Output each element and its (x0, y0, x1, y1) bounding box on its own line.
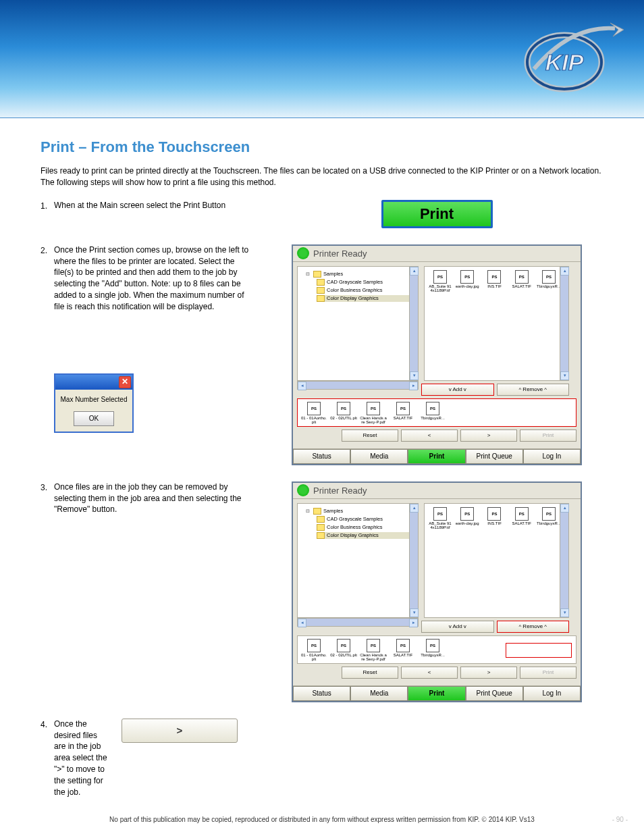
print-button[interactable]: Print (520, 429, 576, 442)
print-button[interactable]: Print (520, 667, 576, 679)
step-text: When at the Main screen select the Print… (54, 200, 270, 211)
file-thumb[interactable]: PSSALAT.TIF (390, 402, 417, 423)
file-thumb[interactable]: PSAB_Suite 914x1189P.tif (428, 270, 452, 293)
scrollbar-vertical[interactable]: ▴▾ (409, 504, 418, 617)
panel-title: Printer Ready (313, 486, 367, 496)
tab-media[interactable]: Media (350, 686, 408, 701)
file-thumb[interactable]: PSClean Hands are Sexy-P.pdf (360, 402, 387, 423)
selected-files-tray: PS01 - 01Aortho.plt PS02 - 02UTIL.plt PS… (297, 635, 576, 664)
tab-media[interactable]: Media (350, 449, 408, 464)
step-number: 2. (41, 244, 54, 255)
step-text: Once the Print section comes up, browse … (54, 244, 257, 313)
print-panel: Printer Ready ⊟Samples CAD Grayscale Sam… (292, 481, 582, 702)
scrollbar-vertical[interactable]: ▴▾ (560, 504, 568, 617)
folder-icon (317, 532, 325, 539)
file-thumb[interactable]: PSTbirdguysR... (419, 402, 446, 423)
remove-button[interactable]: ^ Remove ^ (497, 384, 570, 396)
page-number: - 90 - (612, 816, 628, 823)
reset-button[interactable]: Reset (342, 667, 398, 679)
step-text: Once files are in the job they can be re… (54, 481, 270, 515)
file-thumbnails[interactable]: PSAB_Suite 914x1189P.tif PSearth-day.jpg… (424, 503, 569, 618)
remove-highlight-box (506, 643, 572, 658)
print-button-large[interactable]: Print (381, 200, 493, 228)
file-thumb[interactable]: PSSALAT.TIF (510, 507, 534, 526)
file-thumb[interactable]: PS02 - 02UTIL.plt (330, 402, 357, 423)
folder-icon (317, 524, 325, 531)
file-thumb[interactable]: PSTbirdguysR... (537, 507, 561, 526)
folder-icon (313, 508, 321, 515)
dialog-titlebar: ✕ (55, 375, 132, 390)
file-thumbnails[interactable]: PSAB_Suite 914x1189P.tif PSearth-day.jpg… (424, 266, 569, 381)
folder-icon (317, 295, 325, 302)
section-intro: Files ready to print can be printed dire… (41, 165, 603, 189)
tab-status[interactable]: Status (293, 449, 350, 464)
file-thumb[interactable]: PS01 - 01Aortho.plt (300, 402, 327, 423)
tab-print-queue[interactable]: Print Queue (466, 449, 523, 464)
file-thumb[interactable]: PSINS.TIF (482, 507, 506, 526)
step-number: 3. (41, 481, 54, 492)
tab-print-queue[interactable]: Print Queue (466, 686, 523, 701)
file-thumb[interactable]: PSINS.TIF (482, 270, 506, 289)
file-thumb[interactable]: PS02 - 02UTIL.plt (330, 639, 357, 660)
max-number-dialog: ✕ Max Number Selected OK (54, 373, 134, 433)
folder-icon (313, 271, 321, 278)
step-text: Once the desired files are in the job ar… (54, 719, 122, 798)
file-thumb[interactable]: PSTbirdguysR... (419, 639, 446, 660)
folder-tree[interactable]: ⊟Samples CAD Grayscale Samples Color Bus… (297, 503, 419, 618)
file-thumb[interactable]: PS01 - 01Aortho.plt (300, 639, 327, 660)
status-icon (297, 484, 309, 496)
tab-print[interactable]: Print (408, 686, 465, 701)
file-thumb[interactable]: PSearth-day.jpg (455, 507, 479, 526)
ok-button[interactable]: OK (74, 411, 114, 426)
kip-logo: KIP (524, 22, 625, 96)
print-panel: Printer Ready ⊟Samples CAD Grayscale Sam… (292, 244, 582, 465)
step-number: 1. (41, 200, 54, 211)
folder-icon (317, 287, 325, 294)
folder-icon (317, 516, 325, 523)
tab-status[interactable]: Status (293, 686, 350, 701)
back-button[interactable]: < (401, 667, 458, 679)
scrollbar-vertical[interactable]: ▴▾ (560, 267, 568, 380)
scrollbar-horizontal[interactable]: ◂▸ (297, 618, 419, 627)
selected-files-tray: PS01 - 01Aortho.plt PS02 - 02UTIL.plt PS… (297, 398, 576, 427)
file-thumb[interactable]: PSSALAT.TIF (510, 270, 534, 289)
footer-copyright: No part of this publication may be copie… (0, 816, 644, 823)
add-button[interactable]: v Add v (421, 384, 494, 396)
folder-icon (317, 279, 325, 286)
file-thumb[interactable]: PSSALAT.TIF (390, 639, 417, 660)
tab-print[interactable]: Print (408, 449, 465, 464)
tab-log-in[interactable]: Log In (523, 449, 581, 464)
forward-button[interactable]: > (460, 429, 517, 442)
panel-title: Printer Ready (313, 249, 367, 259)
dialog-message: Max Number Selected (59, 395, 128, 405)
status-icon (297, 247, 309, 259)
file-thumb[interactable]: PSearth-day.jpg (455, 270, 479, 289)
file-thumb[interactable]: PSAB_Suite 914x1189P.tif (428, 507, 452, 530)
folder-tree[interactable]: ⊟Samples CAD Grayscale Samples Color Bus… (297, 266, 419, 381)
remove-button[interactable]: ^ Remove ^ (497, 621, 570, 633)
reset-button[interactable]: Reset (342, 429, 398, 442)
back-button[interactable]: < (401, 429, 458, 442)
svg-text:KIP: KIP (545, 49, 584, 75)
scrollbar-horizontal[interactable]: ◂▸ (297, 381, 419, 390)
forward-button-large[interactable]: > (122, 719, 238, 743)
add-button[interactable]: v Add v (421, 621, 494, 633)
header-banner: KIP (0, 0, 644, 118)
step-number: 4. (41, 719, 54, 729)
tab-log-in[interactable]: Log In (523, 686, 581, 701)
close-icon[interactable]: ✕ (119, 376, 131, 388)
section-title: Print – From the Touchscreen (41, 138, 603, 156)
file-thumb[interactable]: PSClean Hands are Sexy-P.pdf (360, 639, 387, 660)
file-thumb[interactable]: PSTbirdguysR... (537, 270, 561, 289)
scrollbar-vertical[interactable]: ▴▾ (409, 267, 418, 380)
forward-button[interactable]: > (460, 667, 517, 679)
